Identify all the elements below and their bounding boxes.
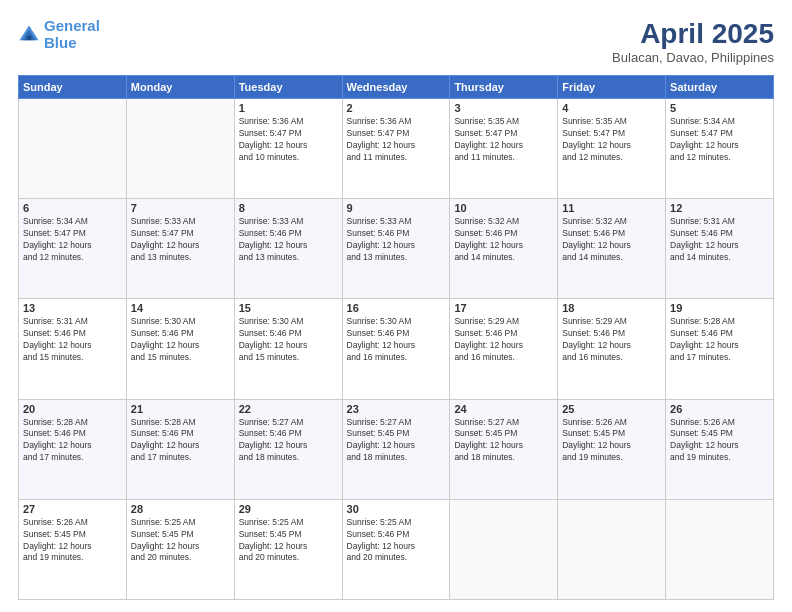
day-number: 24 (454, 403, 553, 415)
calendar-cell (666, 499, 774, 599)
week-row: 20Sunrise: 5:28 AM Sunset: 5:46 PM Dayli… (19, 399, 774, 499)
day-info: Sunrise: 5:28 AM Sunset: 5:46 PM Dayligh… (670, 316, 769, 364)
day-number: 2 (347, 102, 446, 114)
day-info: Sunrise: 5:25 AM Sunset: 5:45 PM Dayligh… (131, 517, 230, 565)
day-info: Sunrise: 5:32 AM Sunset: 5:46 PM Dayligh… (454, 216, 553, 264)
header-row: SundayMondayTuesdayWednesdayThursdayFrid… (19, 76, 774, 99)
day-number: 15 (239, 302, 338, 314)
day-number: 6 (23, 202, 122, 214)
calendar-cell: 15Sunrise: 5:30 AM Sunset: 5:46 PM Dayli… (234, 299, 342, 399)
calendar-cell: 7Sunrise: 5:33 AM Sunset: 5:47 PM Daylig… (126, 199, 234, 299)
calendar-cell: 9Sunrise: 5:33 AM Sunset: 5:46 PM Daylig… (342, 199, 450, 299)
day-header: Sunday (19, 76, 127, 99)
calendar-cell: 12Sunrise: 5:31 AM Sunset: 5:46 PM Dayli… (666, 199, 774, 299)
day-info: Sunrise: 5:30 AM Sunset: 5:46 PM Dayligh… (131, 316, 230, 364)
calendar-cell: 19Sunrise: 5:28 AM Sunset: 5:46 PM Dayli… (666, 299, 774, 399)
calendar-cell: 11Sunrise: 5:32 AM Sunset: 5:46 PM Dayli… (558, 199, 666, 299)
day-number: 26 (670, 403, 769, 415)
calendar-cell: 14Sunrise: 5:30 AM Sunset: 5:46 PM Dayli… (126, 299, 234, 399)
day-info: Sunrise: 5:33 AM Sunset: 5:46 PM Dayligh… (239, 216, 338, 264)
day-info: Sunrise: 5:33 AM Sunset: 5:46 PM Dayligh… (347, 216, 446, 264)
calendar-cell: 1Sunrise: 5:36 AM Sunset: 5:47 PM Daylig… (234, 99, 342, 199)
logo-icon (18, 24, 40, 46)
day-info: Sunrise: 5:35 AM Sunset: 5:47 PM Dayligh… (454, 116, 553, 164)
day-number: 21 (131, 403, 230, 415)
day-info: Sunrise: 5:34 AM Sunset: 5:47 PM Dayligh… (670, 116, 769, 164)
calendar-cell: 20Sunrise: 5:28 AM Sunset: 5:46 PM Dayli… (19, 399, 127, 499)
day-info: Sunrise: 5:28 AM Sunset: 5:46 PM Dayligh… (131, 417, 230, 465)
day-info: Sunrise: 5:29 AM Sunset: 5:46 PM Dayligh… (562, 316, 661, 364)
day-info: Sunrise: 5:27 AM Sunset: 5:46 PM Dayligh… (239, 417, 338, 465)
calendar-cell: 18Sunrise: 5:29 AM Sunset: 5:46 PM Dayli… (558, 299, 666, 399)
day-number: 10 (454, 202, 553, 214)
day-info: Sunrise: 5:36 AM Sunset: 5:47 PM Dayligh… (347, 116, 446, 164)
day-header: Tuesday (234, 76, 342, 99)
calendar-cell: 5Sunrise: 5:34 AM Sunset: 5:47 PM Daylig… (666, 99, 774, 199)
calendar-cell: 28Sunrise: 5:25 AM Sunset: 5:45 PM Dayli… (126, 499, 234, 599)
day-number: 17 (454, 302, 553, 314)
day-header: Thursday (450, 76, 558, 99)
day-info: Sunrise: 5:34 AM Sunset: 5:47 PM Dayligh… (23, 216, 122, 264)
week-row: 13Sunrise: 5:31 AM Sunset: 5:46 PM Dayli… (19, 299, 774, 399)
day-number: 5 (670, 102, 769, 114)
logo: General Blue (18, 18, 100, 51)
calendar-cell: 13Sunrise: 5:31 AM Sunset: 5:46 PM Dayli… (19, 299, 127, 399)
day-info: Sunrise: 5:30 AM Sunset: 5:46 PM Dayligh… (347, 316, 446, 364)
day-number: 13 (23, 302, 122, 314)
day-number: 8 (239, 202, 338, 214)
week-row: 6Sunrise: 5:34 AM Sunset: 5:47 PM Daylig… (19, 199, 774, 299)
day-number: 16 (347, 302, 446, 314)
day-header: Wednesday (342, 76, 450, 99)
day-number: 9 (347, 202, 446, 214)
calendar-cell: 6Sunrise: 5:34 AM Sunset: 5:47 PM Daylig… (19, 199, 127, 299)
day-info: Sunrise: 5:27 AM Sunset: 5:45 PM Dayligh… (347, 417, 446, 465)
day-number: 28 (131, 503, 230, 515)
calendar-cell (450, 499, 558, 599)
calendar-cell: 21Sunrise: 5:28 AM Sunset: 5:46 PM Dayli… (126, 399, 234, 499)
calendar-cell: 4Sunrise: 5:35 AM Sunset: 5:47 PM Daylig… (558, 99, 666, 199)
calendar-cell: 3Sunrise: 5:35 AM Sunset: 5:47 PM Daylig… (450, 99, 558, 199)
calendar-cell: 25Sunrise: 5:26 AM Sunset: 5:45 PM Dayli… (558, 399, 666, 499)
day-info: Sunrise: 5:26 AM Sunset: 5:45 PM Dayligh… (23, 517, 122, 565)
day-info: Sunrise: 5:25 AM Sunset: 5:45 PM Dayligh… (239, 517, 338, 565)
day-info: Sunrise: 5:31 AM Sunset: 5:46 PM Dayligh… (23, 316, 122, 364)
day-number: 7 (131, 202, 230, 214)
day-number: 12 (670, 202, 769, 214)
day-number: 29 (239, 503, 338, 515)
day-info: Sunrise: 5:28 AM Sunset: 5:46 PM Dayligh… (23, 417, 122, 465)
calendar-cell: 16Sunrise: 5:30 AM Sunset: 5:46 PM Dayli… (342, 299, 450, 399)
day-info: Sunrise: 5:27 AM Sunset: 5:45 PM Dayligh… (454, 417, 553, 465)
calendar-cell (558, 499, 666, 599)
calendar-cell: 26Sunrise: 5:26 AM Sunset: 5:45 PM Dayli… (666, 399, 774, 499)
main-title: April 2025 (612, 18, 774, 50)
calendar-cell: 30Sunrise: 5:25 AM Sunset: 5:46 PM Dayli… (342, 499, 450, 599)
day-info: Sunrise: 5:33 AM Sunset: 5:47 PM Dayligh… (131, 216, 230, 264)
title-block: April 2025 Bulacan, Davao, Philippines (612, 18, 774, 65)
calendar-cell: 2Sunrise: 5:36 AM Sunset: 5:47 PM Daylig… (342, 99, 450, 199)
calendar-cell (126, 99, 234, 199)
day-header: Friday (558, 76, 666, 99)
day-info: Sunrise: 5:30 AM Sunset: 5:46 PM Dayligh… (239, 316, 338, 364)
calendar-cell: 24Sunrise: 5:27 AM Sunset: 5:45 PM Dayli… (450, 399, 558, 499)
week-row: 1Sunrise: 5:36 AM Sunset: 5:47 PM Daylig… (19, 99, 774, 199)
calendar-cell: 8Sunrise: 5:33 AM Sunset: 5:46 PM Daylig… (234, 199, 342, 299)
day-number: 19 (670, 302, 769, 314)
day-info: Sunrise: 5:31 AM Sunset: 5:46 PM Dayligh… (670, 216, 769, 264)
day-number: 20 (23, 403, 122, 415)
calendar-cell: 10Sunrise: 5:32 AM Sunset: 5:46 PM Dayli… (450, 199, 558, 299)
calendar-cell: 29Sunrise: 5:25 AM Sunset: 5:45 PM Dayli… (234, 499, 342, 599)
day-info: Sunrise: 5:26 AM Sunset: 5:45 PM Dayligh… (562, 417, 661, 465)
svg-rect-2 (27, 35, 31, 39)
logo-line2: Blue (44, 35, 100, 52)
day-info: Sunrise: 5:36 AM Sunset: 5:47 PM Dayligh… (239, 116, 338, 164)
day-number: 1 (239, 102, 338, 114)
calendar-cell: 22Sunrise: 5:27 AM Sunset: 5:46 PM Dayli… (234, 399, 342, 499)
day-number: 18 (562, 302, 661, 314)
calendar-cell (19, 99, 127, 199)
day-info: Sunrise: 5:35 AM Sunset: 5:47 PM Dayligh… (562, 116, 661, 164)
calendar-cell: 23Sunrise: 5:27 AM Sunset: 5:45 PM Dayli… (342, 399, 450, 499)
subtitle: Bulacan, Davao, Philippines (612, 50, 774, 65)
day-number: 27 (23, 503, 122, 515)
day-header: Saturday (666, 76, 774, 99)
day-number: 4 (562, 102, 661, 114)
